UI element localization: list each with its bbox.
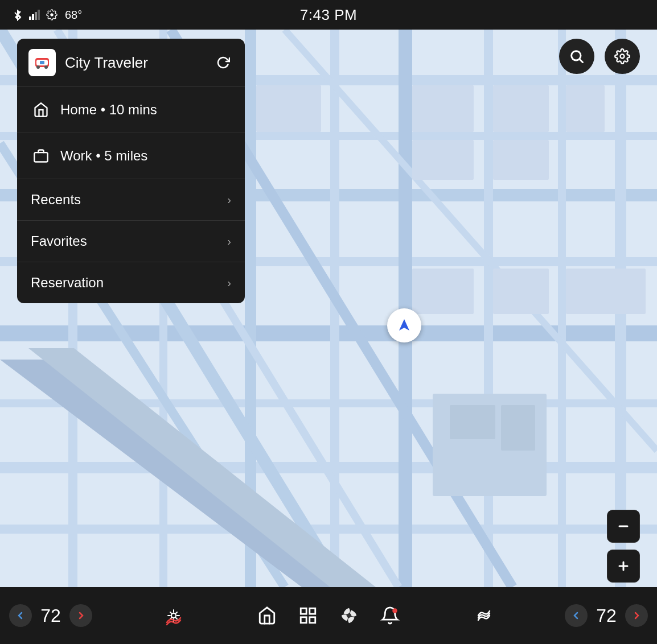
svg-rect-36	[493, 140, 549, 180]
svg-point-59	[171, 613, 176, 618]
gear-status-icon	[46, 9, 58, 21]
left-temp-control: 72	[9, 604, 92, 627]
svg-rect-60	[301, 608, 306, 614]
home-icon	[31, 100, 51, 120]
bluetooth-icon	[11, 9, 24, 21]
svg-point-55	[621, 55, 625, 59]
reservation-menu-item[interactable]: Reservation ›	[17, 262, 245, 303]
svg-rect-37	[412, 269, 474, 314]
zoom-out-button[interactable]	[607, 510, 640, 543]
svg-point-49	[36, 65, 40, 69]
signal-icon	[28, 9, 41, 21]
svg-rect-30	[412, 85, 474, 132]
nav-card: City Traveler Home • 10 mins Work • 5 mi…	[17, 39, 245, 303]
recents-chevron: ›	[227, 193, 231, 207]
bottom-bar: 72	[0, 587, 657, 644]
fan-heat-left-icon[interactable]	[161, 603, 186, 628]
svg-rect-2	[35, 12, 37, 20]
favorites-label: Favorites	[31, 233, 227, 249]
svg-marker-45	[399, 319, 409, 331]
svg-rect-0	[29, 16, 31, 20]
favorites-chevron: ›	[227, 235, 231, 248]
reservation-label: Reservation	[31, 275, 227, 291]
svg-rect-62	[301, 617, 306, 623]
svg-point-4	[51, 14, 54, 16]
svg-point-65	[392, 608, 397, 613]
work-label: Work • 5 miles	[60, 148, 231, 164]
home-label: Home • 10 mins	[60, 102, 231, 118]
svg-rect-39	[566, 269, 646, 314]
home-nav-button[interactable]	[254, 603, 280, 628]
svg-rect-32	[566, 85, 605, 132]
svg-rect-3	[38, 10, 40, 20]
svg-rect-31	[493, 85, 549, 132]
left-temp-decrease[interactable]	[9, 604, 32, 627]
svg-rect-51	[40, 61, 44, 64]
rear-heat-icon[interactable]	[471, 603, 496, 628]
right-temp-decrease[interactable]	[565, 604, 588, 627]
bottom-nav-icons	[254, 603, 403, 628]
clock-display: 7:43 PM	[300, 6, 357, 24]
svg-line-54	[580, 59, 582, 62]
svg-point-64	[347, 613, 351, 618]
nav-card-header: City Traveler	[17, 39, 245, 87]
right-temp-control: 72	[565, 604, 648, 627]
app-icon	[28, 49, 56, 76]
left-temp-increase[interactable]	[69, 604, 92, 627]
svg-rect-52	[34, 152, 47, 162]
svg-rect-35	[412, 140, 474, 180]
reservation-chevron: ›	[227, 276, 231, 290]
work-icon	[31, 146, 51, 166]
left-temp-value: 72	[36, 605, 65, 626]
status-bar-left: 68°	[11, 9, 82, 22]
svg-rect-20	[558, 30, 566, 587]
home-menu-item[interactable]: Home • 10 mins	[17, 87, 245, 133]
temperature-display: 68°	[65, 9, 82, 22]
svg-rect-29	[256, 85, 321, 132]
fan-nav-button[interactable]	[336, 603, 362, 628]
svg-rect-1	[32, 14, 34, 20]
recents-label: Recents	[31, 192, 227, 208]
nav-card-title: City Traveler	[65, 54, 213, 72]
right-temp-value: 72	[592, 605, 621, 626]
right-temp-increase[interactable]	[625, 604, 648, 627]
recents-menu-item[interactable]: Recents ›	[17, 179, 245, 221]
search-button[interactable]	[559, 39, 594, 74]
refresh-button[interactable]	[213, 52, 233, 73]
notification-nav-button[interactable]	[377, 603, 403, 628]
svg-rect-19	[484, 30, 493, 587]
favorites-menu-item[interactable]: Favorites ›	[17, 221, 245, 262]
svg-rect-61	[310, 608, 315, 614]
zoom-in-button[interactable]	[607, 550, 640, 583]
svg-rect-43	[450, 405, 495, 439]
map-settings-button[interactable]	[605, 39, 640, 74]
svg-rect-38	[493, 269, 549, 314]
svg-point-50	[44, 65, 48, 69]
status-bar: 68° 7:43 PM	[0, 0, 657, 30]
svg-rect-44	[501, 405, 535, 451]
svg-rect-63	[310, 617, 315, 623]
grid-nav-button[interactable]	[295, 603, 321, 628]
work-menu-item[interactable]: Work • 5 miles	[17, 133, 245, 179]
location-arrow	[387, 308, 421, 342]
